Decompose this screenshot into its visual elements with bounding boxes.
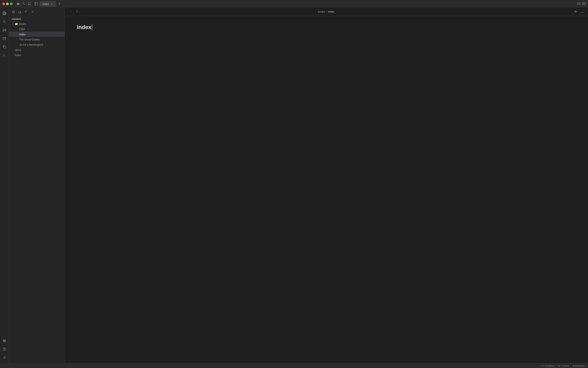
svg-point-13	[5, 29, 6, 30]
status-bar: 0 backlinks 0 words 0 characters	[0, 363, 588, 368]
editor-title: index	[77, 24, 576, 30]
svg-rect-29	[5, 341, 6, 342]
activity-bar	[0, 8, 9, 363]
activity-bar-top	[1, 9, 8, 336]
maximize-button[interactable]	[10, 3, 13, 5]
svg-point-14	[3, 30, 4, 31]
close-sidebar-button[interactable]	[30, 9, 35, 14]
sidebar-item-the-great-gatsby[interactable]: The Great Gatsby	[9, 37, 65, 42]
new-folder-button[interactable]	[17, 9, 22, 14]
nav-back-button[interactable]	[68, 9, 73, 14]
minimize-button[interactable]	[6, 3, 9, 5]
help-activity-icon[interactable]	[1, 346, 8, 353]
activity-bar-bottom	[1, 337, 8, 361]
editor-area: books / index	[65, 8, 588, 363]
nav-forward-button[interactable]	[75, 9, 79, 14]
svg-rect-24	[4, 46, 6, 48]
svg-point-9	[3, 20, 5, 22]
titlebar-right	[577, 2, 586, 6]
sidebar-item-gatsby-label: The Great Gatsby	[19, 38, 40, 41]
main-layout: content ▾ 📁 books 1984 index The Great G…	[0, 8, 588, 363]
chevron-down-icon: ▾	[12, 23, 14, 25]
tab-index[interactable]: index ×	[40, 1, 56, 7]
titlebar: index × +	[0, 0, 588, 8]
svg-line-16	[4, 30, 4, 30]
sidebar-item-index[interactable]: index	[9, 32, 65, 37]
svg-rect-7	[583, 2, 584, 5]
settings-activity-icon[interactable]	[1, 354, 8, 361]
sidebar-item-1984-label: 1984	[19, 28, 25, 31]
words-icon	[558, 365, 561, 367]
svg-line-10	[5, 22, 6, 23]
svg-line-18	[4, 30, 4, 31]
breadcrumb-separator: /	[326, 10, 327, 13]
tab-close-button[interactable]: ×	[50, 2, 53, 5]
close-button[interactable]	[2, 3, 5, 5]
editor-nav	[68, 9, 79, 14]
tab-bar: index × +	[35, 1, 576, 7]
svg-point-11	[4, 29, 5, 31]
sidebar-root-label: content	[9, 17, 65, 21]
calendar-activity-icon[interactable]	[1, 35, 8, 42]
svg-point-15	[5, 30, 6, 31]
editor-content[interactable]: index	[65, 16, 588, 363]
svg-rect-27	[5, 340, 6, 340]
sidebar-item-mockingbird-label: To Kill a Mockingbird	[19, 43, 43, 46]
new-file-button[interactable]	[11, 9, 16, 14]
sort-button[interactable]	[24, 9, 29, 14]
editor-toolbar: books / index	[65, 8, 588, 16]
copy-activity-icon[interactable]	[1, 43, 8, 50]
read-mode-button[interactable]	[573, 9, 578, 14]
layout-icon[interactable]	[582, 2, 586, 6]
sidebar-item-books[interactable]: ▾ 📁 books	[9, 21, 65, 27]
svg-point-43	[581, 12, 582, 13]
words-status: 0 words	[558, 365, 569, 367]
sidebar-toggle-icon[interactable]	[35, 2, 38, 5]
svg-point-42	[575, 11, 576, 12]
sidebar-toolbar	[9, 8, 65, 16]
more-options-button[interactable]	[580, 9, 584, 14]
breadcrumb: books / index	[318, 10, 334, 13]
sidebar-item-about-label: about	[15, 48, 21, 51]
editor-cursor	[92, 24, 92, 30]
titlebar-buttons	[17, 2, 31, 5]
files-activity-icon[interactable]	[1, 9, 8, 17]
graph-activity-icon[interactable]	[1, 27, 8, 34]
editor-title-text: index	[77, 24, 91, 30]
sidebar-item-index-label: index	[19, 33, 25, 36]
search-activity-icon[interactable]	[1, 18, 8, 25]
sidebar-item-1984[interactable]: 1984	[9, 27, 65, 32]
folder-icon: 📁	[15, 22, 18, 25]
svg-point-12	[3, 29, 4, 30]
sidebar-content: content ▾ 📁 books 1984 index The Great G…	[9, 16, 65, 363]
characters-count: 0 characters	[573, 365, 585, 367]
plugin-activity-icon[interactable]	[1, 337, 8, 344]
svg-rect-28	[3, 341, 4, 342]
characters-status: 0 characters	[573, 365, 585, 367]
window-controls-icon[interactable]	[577, 2, 580, 5]
search-titlebar-icon[interactable]	[22, 2, 25, 5]
breadcrumb-index[interactable]: index	[328, 10, 334, 13]
tab-label: index	[43, 2, 49, 5]
svg-point-44	[582, 12, 583, 13]
svg-rect-8	[584, 2, 585, 5]
breadcrumb-books[interactable]: books	[318, 10, 325, 13]
editor-actions	[573, 9, 584, 14]
svg-line-1	[24, 4, 25, 5]
sidebar: content ▾ 📁 books 1984 index The Great G…	[9, 8, 65, 363]
sidebar-item-about[interactable]: about	[9, 47, 65, 53]
backlinks-status: 0 backlinks	[540, 365, 554, 367]
svg-point-45	[583, 12, 584, 13]
terminal-activity-icon[interactable]	[1, 52, 8, 59]
sidebar-item-to-kill-a-mockingbird[interactable]: To Kill a Mockingbird	[9, 42, 65, 47]
svg-point-31	[4, 350, 4, 350]
traffic-lights	[2, 3, 13, 5]
bookmark-icon[interactable]	[28, 2, 31, 5]
sidebar-item-index-root[interactable]: index	[9, 53, 65, 58]
file-browser-icon[interactable]	[17, 2, 20, 5]
sidebar-item-books-label: books	[19, 22, 26, 25]
tab-add-button[interactable]: +	[57, 2, 61, 6]
sidebar-item-index-root-label: index	[15, 54, 21, 57]
backlinks-icon	[540, 365, 543, 367]
backlinks-count: 0 backlinks	[544, 365, 554, 367]
